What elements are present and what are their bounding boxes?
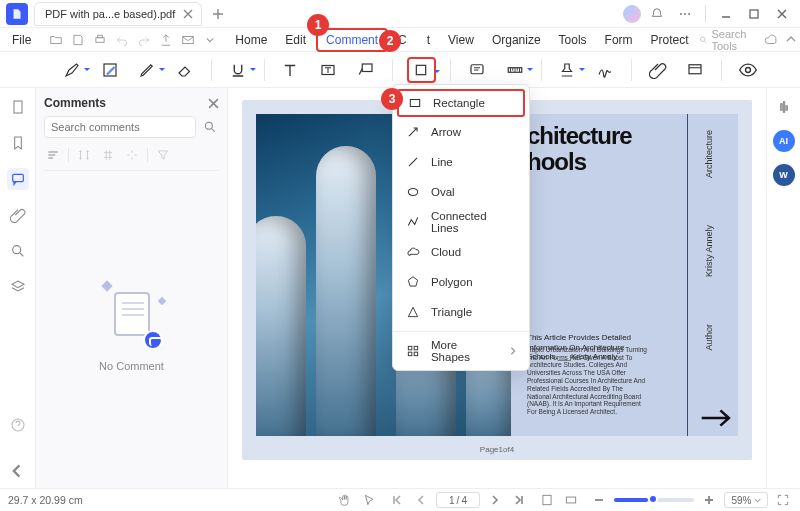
menu-protect[interactable]: Protect (643, 30, 697, 50)
shape-more[interactable]: More Shapes (393, 336, 529, 366)
menu-home[interactable]: Home (227, 30, 275, 50)
close-tab-icon[interactable] (181, 7, 195, 21)
svg-point-7 (700, 37, 704, 41)
shape-polygon[interactable]: Polygon (393, 267, 529, 297)
zoom-in-icon[interactable] (700, 491, 718, 509)
undo-icon[interactable] (113, 31, 131, 49)
shape-label: More Shapes (431, 339, 499, 363)
callout-tool[interactable] (354, 57, 378, 83)
window-close-button[interactable] (770, 2, 794, 26)
menu-edit[interactable]: Edit (277, 30, 314, 50)
window-minimize-button[interactable] (714, 2, 738, 26)
properties-icon[interactable] (773, 96, 795, 118)
shapes-tool[interactable] (407, 57, 437, 83)
select-tool-icon[interactable] (360, 491, 378, 509)
svg-point-0 (680, 13, 682, 15)
save-icon[interactable] (69, 31, 87, 49)
comments-search-icon[interactable] (200, 116, 219, 138)
titlebar: PDF with pa...e based).pdf (0, 0, 800, 28)
shape-arrow[interactable]: Arrow (393, 117, 529, 147)
page-indicator[interactable]: 1 / 4 (436, 492, 480, 508)
svg-rect-11 (417, 65, 426, 74)
arrow-icon (405, 124, 421, 140)
note-tool[interactable] (465, 57, 489, 83)
menu-file[interactable]: File (4, 30, 39, 50)
area-highlight-tool[interactable] (98, 57, 122, 83)
shapes-dropdown: Rectangle Arrow Line Oval Connected Line… (392, 84, 530, 371)
stamp-tool[interactable] (555, 57, 579, 83)
search-tools[interactable]: Search Tools (699, 28, 758, 52)
rail-bookmarks-icon[interactable] (7, 132, 29, 154)
shape-triangle[interactable]: Triangle (393, 297, 529, 327)
text-box-tool[interactable] (316, 57, 340, 83)
filter-icon[interactable] (154, 146, 172, 164)
print-icon[interactable] (91, 31, 109, 49)
pencil-tool[interactable] (135, 57, 159, 83)
add-tab-button[interactable] (206, 2, 230, 26)
first-page-icon[interactable] (388, 491, 406, 509)
collapse-all-icon[interactable] (99, 146, 117, 164)
svg-point-20 (205, 122, 212, 129)
text-tool[interactable] (278, 57, 302, 83)
open-icon[interactable] (47, 31, 65, 49)
hide-comments-tool[interactable] (736, 57, 760, 83)
notifications-icon[interactable] (645, 2, 669, 26)
zoom-out-icon[interactable] (590, 491, 608, 509)
connected-lines-icon (405, 214, 421, 230)
ai-assistant-icon[interactable]: AI (773, 130, 795, 152)
rail-help-icon[interactable] (7, 414, 29, 436)
rail-layers-icon[interactable] (7, 276, 29, 298)
email-icon[interactable] (179, 31, 197, 49)
eraser-tool[interactable] (173, 57, 197, 83)
shape-line[interactable]: Line (393, 147, 529, 177)
qa-dropdown-icon[interactable] (201, 31, 219, 49)
redo-icon[interactable] (135, 31, 153, 49)
svg-point-18 (12, 246, 20, 254)
menu-tools[interactable]: Tools (551, 30, 595, 50)
profile-avatar-icon[interactable] (623, 5, 641, 23)
shape-rectangle[interactable]: Rectangle (397, 89, 525, 117)
more-icon[interactable] (673, 2, 697, 26)
chevron-right-icon (509, 346, 517, 356)
collapse-ribbon-icon[interactable] (784, 31, 797, 49)
shape-cloud[interactable]: Cloud (393, 237, 529, 267)
signature-tool[interactable] (593, 57, 617, 83)
prev-page-icon[interactable] (412, 491, 430, 509)
rail-attachments-icon[interactable] (7, 204, 29, 226)
svg-rect-4 (96, 37, 104, 42)
comments-panel-tool[interactable] (684, 57, 708, 83)
menu-convert-right[interactable]: t (419, 30, 438, 50)
last-page-icon[interactable] (510, 491, 528, 509)
fit-width-icon[interactable] (562, 491, 580, 509)
document-tab[interactable]: PDF with pa...e based).pdf (34, 2, 202, 26)
rail-thumbnails-icon[interactable] (7, 96, 29, 118)
zoom-value[interactable]: 59% (724, 492, 768, 508)
underline-tool[interactable] (226, 57, 250, 83)
close-panel-icon[interactable] (208, 98, 219, 109)
share-icon[interactable] (157, 31, 175, 49)
right-rail: AI W (766, 88, 800, 488)
measure-tool[interactable] (503, 57, 527, 83)
highlight-tool[interactable] (60, 57, 84, 83)
fullscreen-icon[interactable] (774, 491, 792, 509)
window-maximize-button[interactable] (742, 2, 766, 26)
menu-form[interactable]: Form (597, 30, 641, 50)
next-page-icon[interactable] (486, 491, 504, 509)
rail-collapse-icon[interactable] (7, 460, 29, 482)
word-export-icon[interactable]: W (773, 164, 795, 186)
sort-icon[interactable] (44, 146, 62, 164)
expand-icon[interactable] (75, 146, 93, 164)
hand-tool-icon[interactable] (336, 491, 354, 509)
options-icon[interactable] (123, 146, 141, 164)
shape-connected-lines[interactable]: Connected Lines (393, 207, 529, 237)
menu-organize[interactable]: Organize (484, 30, 549, 50)
attachment-tool[interactable] (646, 57, 670, 83)
menu-view[interactable]: View (440, 30, 482, 50)
rail-search-icon[interactable] (7, 240, 29, 262)
shape-oval[interactable]: Oval (393, 177, 529, 207)
rail-comments-icon[interactable] (7, 168, 29, 190)
comments-search-input[interactable] (44, 116, 196, 138)
zoom-slider[interactable] (614, 498, 694, 502)
fit-page-icon[interactable] (538, 491, 556, 509)
cloud-icon[interactable] (764, 31, 778, 49)
